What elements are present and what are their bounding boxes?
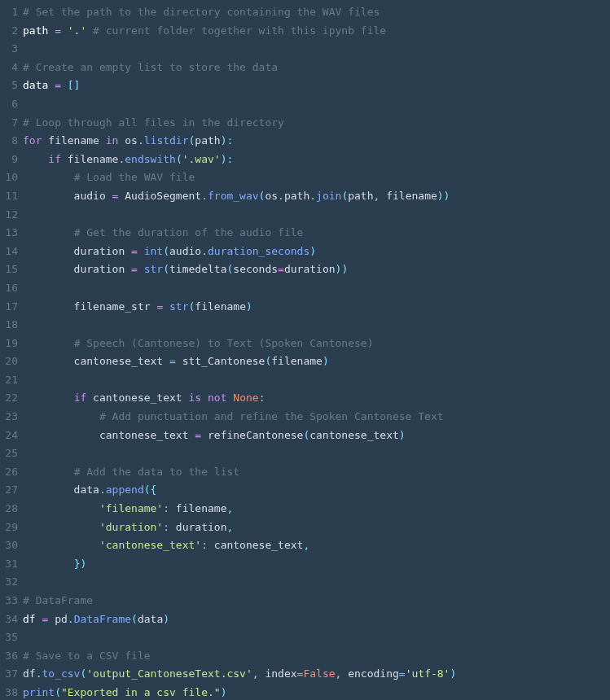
token: str — [169, 300, 188, 313]
code-line[interactable]: # DataFrame — [23, 592, 610, 610]
code-line[interactable] — [23, 628, 610, 647]
code-line[interactable]: filename_str = str(filename) — [23, 298, 610, 317]
token: AudioSegment — [118, 190, 201, 202]
token: filename — [195, 300, 246, 313]
code-line[interactable]: df = pd.DataFrame(data) — [23, 610, 610, 629]
token: 'duration' — [99, 521, 163, 533]
line-number: 18 — [0, 316, 18, 335]
token: pd — [48, 613, 67, 625]
line-number: 11 — [0, 187, 18, 206]
line-number: 1 — [0, 3, 18, 22]
line-number: 35 — [0, 628, 18, 647]
token: path — [195, 134, 220, 147]
line-number: 12 — [0, 206, 18, 225]
code-line[interactable]: # Load the WAV file — [23, 168, 610, 187]
code-editor: 1234567891011121314151617181920212223242… — [0, 3, 610, 700]
code-line[interactable]: 'duration': duration, — [23, 518, 610, 537]
code-line[interactable]: # Add the data to the list — [23, 463, 610, 482]
code-line[interactable]: print("Exported in a csv file.") — [23, 684, 610, 700]
token: duration_seconds — [208, 245, 309, 257]
token: data — [23, 79, 48, 91]
token: # Loop through all files in the director… — [23, 116, 284, 129]
token: duration — [23, 245, 131, 257]
code-line[interactable]: duration = int(audio.duration_seconds) — [23, 243, 610, 261]
token: cantonese_text — [86, 392, 188, 404]
code-line[interactable]: # Get the duration of the audio file — [23, 224, 610, 243]
code-line[interactable]: # Speech (Cantonese) to Text (Spoken Can… — [23, 335, 610, 353]
token: )) — [437, 190, 450, 202]
token: ( — [176, 153, 182, 165]
token: ) — [246, 300, 252, 313]
code-line[interactable]: for filename in os.listdir(path): — [23, 132, 610, 151]
code-line[interactable]: # Add punctuation and refine the Spoken … — [23, 408, 610, 427]
code-line[interactable]: # Set the path to the directory containi… — [23, 3, 610, 22]
code-line[interactable]: 'cantonese_text': cantonese_text, — [23, 536, 610, 555]
token: ): — [221, 153, 234, 165]
line-number: 8 — [0, 132, 18, 151]
token: # Create an empty list to store the data — [23, 61, 278, 73]
token: . — [99, 483, 106, 496]
token: = — [278, 263, 284, 275]
code-line[interactable] — [23, 206, 610, 225]
code-line[interactable]: df.to_csv('output_CantoneseText.csv', in… — [23, 665, 610, 684]
code-line[interactable] — [23, 279, 610, 298]
line-number: 19 — [0, 335, 18, 353]
token: cantonese_text — [208, 539, 303, 551]
token: '.wav' — [182, 153, 221, 165]
token: 'cantonese_text' — [99, 539, 201, 551]
line-number: 32 — [0, 573, 18, 592]
token: audio — [23, 190, 112, 202]
line-number: 20 — [0, 352, 18, 371]
code-line[interactable]: data.append({ — [23, 481, 610, 500]
code-line[interactable]: }) — [23, 555, 610, 574]
code-line[interactable] — [23, 371, 610, 390]
code-line[interactable]: audio = AudioSegment.from_wav(os.path.jo… — [23, 187, 610, 206]
token: None — [233, 392, 258, 404]
code-line[interactable]: # Save to a CSV file — [23, 647, 610, 666]
code-line[interactable]: # Loop through all files in the director… — [23, 114, 610, 133]
code-line[interactable]: if filename.endswith('.wav'): — [23, 151, 610, 169]
code-line[interactable]: cantonese_text = stt_Cantonese(filename) — [23, 352, 610, 371]
token: stt_Cantonese — [176, 355, 266, 367]
line-number: 14 — [0, 243, 18, 261]
code-content[interactable]: # Set the path to the directory containi… — [23, 3, 610, 700]
token: audio — [169, 245, 201, 257]
token: to_csv — [42, 667, 80, 680]
token: : — [259, 392, 266, 404]
token: ( — [55, 686, 61, 698]
code-line[interactable] — [23, 573, 610, 592]
line-number: 21 — [0, 371, 18, 390]
code-line[interactable] — [23, 40, 610, 59]
token: cantonese_text — [23, 429, 195, 441]
token: . — [278, 190, 284, 202]
line-number: 13 — [0, 224, 18, 243]
code-line[interactable] — [23, 316, 610, 335]
code-line[interactable]: cantonese_text = refineCantonese(cantone… — [23, 427, 610, 445]
token: data — [23, 483, 99, 496]
code-line[interactable] — [23, 95, 610, 114]
token — [23, 337, 74, 349]
token: duration — [284, 263, 336, 275]
line-number: 16 — [0, 279, 18, 298]
token: . — [68, 613, 74, 625]
line-number: 30 — [0, 536, 18, 555]
token: False — [303, 667, 335, 680]
line-number: 38 — [0, 684, 18, 700]
line-number: 7 — [0, 114, 18, 133]
code-line[interactable]: 'filename': filename, — [23, 500, 610, 518]
token: , — [226, 521, 233, 533]
code-line[interactable]: duration = str(timedelta(seconds=duratio… — [23, 260, 610, 279]
token: # current folder together with this ipyn… — [93, 24, 386, 37]
token: not — [208, 392, 226, 404]
code-line[interactable]: data = [] — [23, 77, 610, 95]
token: cantonese_text — [23, 355, 169, 367]
code-line[interactable]: if cantonese_text is not None: — [23, 389, 610, 408]
token: from_wav — [208, 190, 259, 202]
code-line[interactable]: path = '.' # current folder together wit… — [23, 22, 610, 41]
code-line[interactable] — [23, 444, 610, 463]
token: ) — [221, 686, 227, 698]
token: , — [252, 667, 259, 680]
code-line[interactable]: # Create an empty list to store the data — [23, 59, 610, 77]
token: . — [138, 134, 144, 147]
line-number: 28 — [0, 500, 18, 518]
